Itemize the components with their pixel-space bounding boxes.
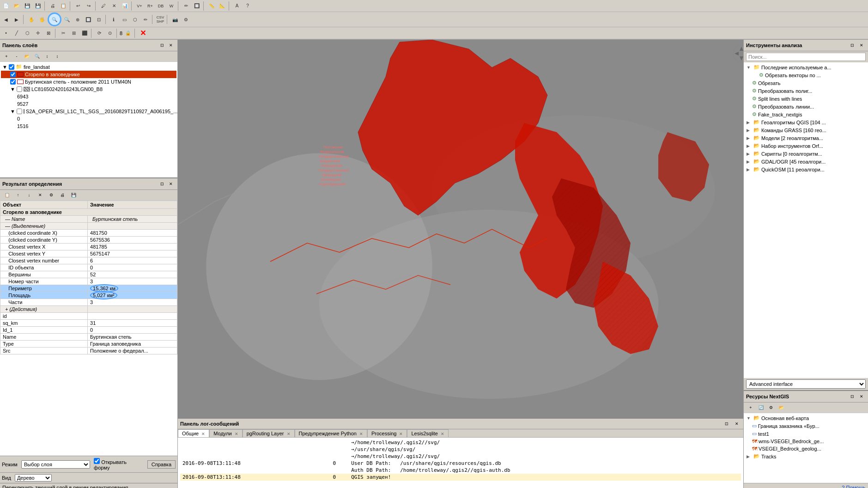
zoom-out-btn[interactable]: 🔍: [62, 14, 72, 24]
delete-vertex-btn[interactable]: ⊠: [43, 28, 54, 38]
help-btn-toolbar[interactable]: ?: [243, 1, 253, 11]
table-row[interactable]: id: [0, 313, 177, 320]
layer-item-6943[interactable]: 6943: [1, 93, 176, 100]
label-btn[interactable]: A: [232, 1, 242, 11]
new-project-btn[interactable]: 📄: [1, 1, 11, 11]
layer-item-9527[interactable]: 9527: [1, 100, 176, 108]
photo-btn[interactable]: 📷: [170, 14, 180, 24]
tree-item-grass[interactable]: ▶ 📂 Команды GRASS [160 гео...: [745, 126, 867, 134]
zoom-selection-btn[interactable]: ⊡: [94, 14, 104, 24]
redo-btn[interactable]: ↪: [84, 1, 94, 11]
layer-check-lc8[interactable]: [17, 86, 22, 92]
tree-item-qgis-algs[interactable]: ▶ 📂 Геоалгоритмы QGIS [104 ...: [745, 118, 867, 126]
result-down-btn[interactable]: ↓: [24, 191, 34, 199]
result-clear-btn[interactable]: ✕: [35, 191, 45, 199]
log-close-btn[interactable]: ✕: [733, 420, 741, 428]
add-wms-btn[interactable]: W: [166, 1, 176, 11]
lock-rotation-btn[interactable]: 🔒: [123, 28, 133, 38]
draw-point-btn[interactable]: •: [1, 28, 11, 38]
layer-item-0[interactable]: 0: [1, 115, 176, 122]
table-row[interactable]: Части 3: [0, 299, 177, 306]
map-canvas[interactable]: Положение Федеральном Государственном Бю…: [178, 40, 743, 418]
resources-close-btn[interactable]: ✕: [857, 392, 866, 401]
layer-check-sgorelo[interactable]: [10, 72, 16, 77]
res-item-wms-vsegei[interactable]: 🗺 wms-VSEGEI_Bedrock_ge...: [745, 438, 867, 445]
log-tab-general-close[interactable]: ✕: [201, 432, 205, 436]
select-poly-btn[interactable]: ⬡: [130, 14, 140, 24]
save-as-btn[interactable]: 💾: [33, 1, 43, 11]
tree-item-transform-poly[interactable]: ⚙ Преобразовать полиг...: [745, 87, 867, 95]
log-tab-python-close[interactable]: ✕: [359, 432, 363, 436]
log-tab-pgrouting-close[interactable]: ✕: [287, 432, 291, 436]
remove-layer-btn[interactable]: -: [12, 52, 21, 61]
interface-select[interactable]: Advanced interface: [746, 379, 866, 389]
save-project-btn[interactable]: 💾: [22, 1, 32, 11]
close-x-btn[interactable]: ✕: [138, 28, 148, 38]
view-select[interactable]: Дерево: [15, 474, 52, 482]
snap-btn[interactable]: 🔲: [192, 1, 202, 11]
tree-item-clip-vector[interactable]: ⚙ Обрезать векторы по ...: [745, 71, 867, 79]
log-tab-modules-close[interactable]: ✕: [235, 432, 238, 436]
tree-item-split-lines[interactable]: ⚙ Split lines with lines: [745, 95, 867, 103]
table-row[interactable]: (clicked coordinate Y) 5675536: [0, 237, 177, 244]
table-row[interactable]: Type Граница заповедника: [0, 341, 177, 348]
tree-item-gdal[interactable]: ▶ 📂 GDAL/OGR [45 геоалгори...: [745, 158, 867, 165]
res-open-btn[interactable]: 📂: [777, 403, 786, 412]
log-tab-general[interactable]: Общие ✕: [178, 429, 209, 437]
log-tab-python[interactable]: Предупреждение Python ✕: [295, 429, 367, 437]
pan-btn[interactable]: ✋: [26, 14, 36, 24]
next-view-btn[interactable]: ▶: [12, 14, 22, 24]
layer-item-s2a[interactable]: ▼ S2A_OPER_MSI_L1C_TL_SGS__20160829T1109…: [1, 108, 176, 115]
table-row[interactable]: — (Выделенные): [0, 223, 177, 230]
res-item-boundary[interactable]: ▭ Граница заказника «Бур...: [745, 422, 867, 430]
log-float-btn[interactable]: ⊡: [722, 420, 731, 428]
table-row[interactable]: Сгорело в заповеднике: [0, 209, 177, 216]
draw-poly-btn[interactable]: ⬡: [22, 28, 32, 38]
table-row[interactable]: sq_km 31: [0, 320, 177, 327]
prev-view-btn[interactable]: ◀: [1, 14, 11, 24]
collapse-all-btn[interactable]: ↕: [53, 52, 62, 61]
res-add-btn[interactable]: +: [746, 403, 755, 412]
layer-item-1516[interactable]: 1516: [1, 122, 176, 130]
layer-item-sgorelo[interactable]: Сгорело в заповеднике: [1, 71, 176, 78]
identify-btn[interactable]: ℹ: [109, 14, 119, 24]
table-row[interactable]: Closest vertex X 481785: [0, 244, 177, 250]
layers-float-btn[interactable]: ⊡: [158, 41, 166, 49]
filter-layer-btn[interactable]: 🔍: [32, 52, 42, 61]
log-tab-modules[interactable]: Модули ✕: [209, 429, 242, 437]
tree-item-fake-track[interactable]: ⚙ Fake_track_nextgis: [745, 110, 867, 118]
expand-all-btn[interactable]: ↕: [42, 52, 52, 61]
pan-map-btn[interactable]: 🖐: [37, 14, 47, 24]
res-refresh-btn[interactable]: 🔄: [756, 403, 765, 412]
help-button[interactable]: Справка: [147, 460, 176, 469]
log-tab-lesis-close[interactable]: ✕: [441, 432, 444, 436]
result-copy-btn[interactable]: 📋: [2, 191, 12, 199]
table-row[interactable]: Id_1 0: [0, 327, 177, 334]
print-btn[interactable]: 🖨: [48, 1, 58, 11]
layer-check-burt[interactable]: [10, 79, 16, 85]
result-expand-btn[interactable]: ⊡: [158, 180, 166, 188]
log-tab-processing-close[interactable]: ✕: [399, 432, 403, 436]
digitize-btn[interactable]: ✏: [181, 1, 191, 11]
table-row[interactable]: + (Действия): [0, 306, 177, 313]
zoom-in-btn[interactable]: 🔍: [48, 12, 61, 26]
table-row[interactable]: Номер части 3: [0, 278, 177, 285]
log-tab-lesis[interactable]: Lesis2sqlite ✕: [407, 429, 449, 437]
layer-check-fire[interactable]: [9, 64, 14, 70]
table-row[interactable]: Src Положение о федерал...: [0, 348, 177, 354]
add-layer-btn[interactable]: +: [2, 52, 11, 61]
table-row[interactable]: Closest vertex number 6: [0, 257, 177, 264]
undo-btn[interactable]: ↩: [73, 1, 83, 11]
zoom-full-btn[interactable]: ⊕: [73, 14, 83, 24]
open-attr-btn[interactable]: 📊: [120, 1, 130, 11]
result-settings-btn[interactable]: ⚙: [46, 191, 56, 199]
add-vector-btn[interactable]: V+: [134, 1, 145, 11]
layer-check-s2a[interactable]: [17, 109, 22, 114]
result-save-btn[interactable]: 💾: [68, 191, 79, 199]
resources-float-btn[interactable]: ⊡: [848, 392, 856, 401]
scale-btn[interactable]: ⊙: [105, 28, 115, 38]
result-print-btn[interactable]: 🖨: [57, 191, 67, 199]
zoom-layer-btn[interactable]: 🔲: [83, 14, 93, 24]
move-vertex-btn[interactable]: ✛: [33, 28, 43, 38]
help-link[interactable]: ? Помощь: [842, 485, 866, 488]
